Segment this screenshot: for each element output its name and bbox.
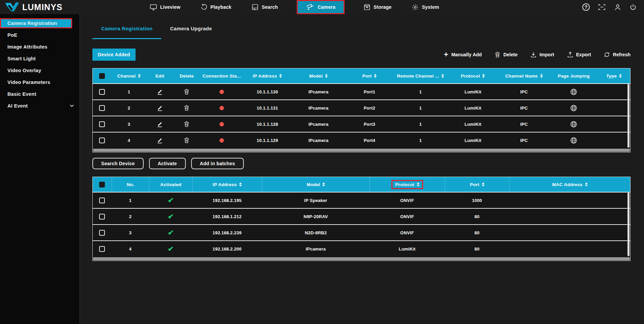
cctv-camera-icon [306,3,315,11]
column-remote-channel[interactable]: Remote Channel ... [394,68,447,83]
delete-icon[interactable] [184,89,189,95]
edit-icon[interactable] [156,104,164,112]
annotation-highlight: Protocol [391,180,423,189]
horizontal-scrollbar[interactable] [93,149,630,152]
select-all-checkbox[interactable] [99,182,105,187]
nav-item-system[interactable]: System [410,0,440,14]
column-no: No. [112,177,149,192]
sort-icon [540,74,543,78]
device-added-button[interactable]: Device Added [92,49,136,61]
vertical-scrollbar[interactable] [627,84,630,148]
sidebar-item-smart-light[interactable]: Smart Light [0,54,80,64]
user-icon[interactable] [614,3,621,11]
playback-icon [201,4,207,10]
column-mac-address[interactable]: MAC Address [509,177,630,192]
row-checkbox[interactable] [99,198,105,203]
table-row: 4 ✔ 192.168.2.200 IPcamera LumiKit 80 [93,240,630,257]
nav-item-search[interactable]: Search [250,0,279,14]
manually-add-button[interactable]: + Manually Add [444,52,482,57]
search-result-table: No. Activated IP Address Model Protocol [92,177,631,261]
page-jumping-globe-icon[interactable] [570,104,578,112]
sidebar-item-camera-registration[interactable]: Camera Registration [0,18,72,28]
table-row: 2 10.1.1.131 IPcamera Port2 1 LumiKit IP… [93,99,630,116]
select-all-checkbox[interactable] [99,73,105,79]
sidebar-item-basic-event[interactable]: Basic Event [0,89,80,99]
add-in-batches-button[interactable]: Add in batches [191,158,244,169]
connection-status-dot [219,90,224,94]
sidebar-item-video-overlay[interactable]: Video Overlay [0,65,80,76]
activated-check-icon: ✔ [167,229,174,237]
delete-icon[interactable] [184,137,189,143]
row-checkbox[interactable] [99,246,105,252]
column-protocol[interactable]: Protocol [370,177,445,192]
sort-icon [322,182,325,186]
edit-icon[interactable] [156,120,164,128]
sidebar-item-poe[interactable]: PoE [0,30,80,40]
column-model[interactable]: Model [292,68,345,83]
sidebar-item-image-attributes[interactable]: Image Attributes [0,42,80,52]
import-button[interactable]: Import [530,52,554,58]
help-icon[interactable]: ? [582,3,590,11]
row-checkbox[interactable] [99,214,105,219]
edit-icon[interactable] [156,137,164,144]
column-channel[interactable]: Channel [112,68,147,83]
row-checkbox[interactable] [99,138,105,143]
column-port[interactable]: Port [345,68,393,83]
sort-icon [417,182,419,186]
sort-icon [138,74,141,78]
row-checkbox[interactable] [99,230,105,236]
export-button[interactable]: Export [567,52,591,58]
nav-item-playback[interactable]: Playback [199,0,233,14]
brand: LUMINYS [0,2,101,12]
capture-icon[interactable] [598,3,606,11]
column-connection-status: Connection Sta... [200,68,243,83]
nav-item-camera[interactable]: Camera [297,0,345,14]
row-checkbox[interactable] [99,89,105,95]
trash-icon [495,52,500,58]
sidebar-item-video-parameters[interactable]: Video Parameters [0,77,80,87]
column-port[interactable]: Port [445,177,509,192]
row-checkbox[interactable] [99,121,105,127]
activate-button[interactable]: Activate [149,158,186,169]
import-icon [530,52,536,58]
topbar-utility-icons: ? [582,3,644,11]
sort-icon [239,182,242,186]
sidebar-item-ai-event[interactable]: AI Event [0,101,80,111]
vertical-scrollbar[interactable] [627,193,630,256]
nav-item-storage[interactable]: Storage [362,0,393,14]
sort-icon [482,182,485,186]
page-jumping-globe-icon[interactable] [570,88,578,96]
column-ip-address[interactable]: IP Address [192,177,262,192]
power-icon[interactable] [630,4,637,11]
activated-check-icon: ✔ [167,212,174,220]
sort-icon [279,74,282,78]
tab-bar: Camera Registration Camera Upgrade [92,26,631,39]
search-device-button[interactable]: Search Device [92,158,144,169]
column-type[interactable]: Type [598,68,630,83]
edit-icon[interactable] [156,88,164,95]
table-row: 3 10.1.1.128 IPcamera Port3 1 LumiKit IP… [93,116,630,132]
tab-camera-upgrade[interactable]: Camera Upgrade [161,26,221,39]
table-row: 4 10.1.1.129 IPcamera Port4 1 LumiKit IP… [93,132,630,148]
column-model[interactable]: Model [262,177,370,192]
column-channel-name[interactable]: Channel Name [498,68,549,83]
search-result-table-header: No. Activated IP Address Model Protocol [93,177,630,192]
nav-item-liveview[interactable]: Liveview [148,0,182,14]
search-doc-icon [252,4,259,10]
column-protocol[interactable]: Protocol [447,68,498,83]
refresh-button[interactable]: Refresh [604,52,631,58]
horizontal-scrollbar[interactable] [93,257,630,260]
connection-status-dot [219,138,224,143]
plus-icon: + [444,52,448,57]
tab-camera-registration[interactable]: Camera Registration [92,26,161,39]
delete-button[interactable]: Delete [495,52,518,58]
table-row: 1 10.1.1.130 IPcamera Port1 1 LumiKit IP… [93,83,630,99]
column-ip-address[interactable]: IP Address [243,68,291,83]
delete-icon[interactable] [184,121,189,127]
page-jumping-globe-icon[interactable] [570,137,578,144]
sort-icon [619,74,622,78]
page-jumping-globe-icon[interactable] [570,120,578,128]
row-checkbox[interactable] [99,105,105,111]
chevron-down-icon [69,104,74,108]
delete-icon[interactable] [184,105,189,111]
